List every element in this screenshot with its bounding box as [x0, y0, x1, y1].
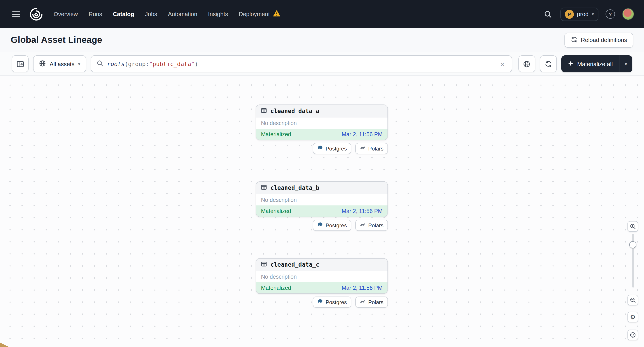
tag-label: Polars	[368, 145, 384, 152]
zoom-in-icon[interactable]	[628, 221, 638, 232]
asset-name: cleaned_data_c	[270, 261, 319, 268]
asset-tags-row: Postgres Polars	[312, 220, 388, 231]
reload-definitions-label: Reload definitions	[581, 37, 627, 43]
zoom-out-icon[interactable]	[628, 295, 638, 306]
lineage-toolbar: All assets ▾ roots(group:"public_data") …	[0, 52, 644, 76]
asset-description: No description	[256, 194, 388, 205]
asset-node-cleaned-data-a[interactable]: cleaned_data_a No description Materializ…	[256, 104, 388, 140]
deployment-avatar: P	[565, 9, 574, 18]
reload-definitions-button[interactable]: Reload definitions	[564, 32, 633, 47]
nav-item-deployment[interactable]: Deployment	[239, 10, 280, 18]
materialize-all-label: Materialize all	[577, 60, 613, 67]
tag-postgres[interactable]: Postgres	[312, 143, 351, 154]
asset-status-row: Materialized Mar 2, 11:56 PM	[256, 205, 388, 217]
chevron-down-icon: ▾	[592, 11, 594, 16]
query-value: "public_data"	[149, 60, 195, 67]
tag-label: Polars	[368, 299, 384, 305]
materialization-timestamp[interactable]: Mar 2, 11:56 PM	[342, 285, 382, 291]
asset-status-row: Materialized Mar 2, 11:56 PM	[256, 282, 388, 293]
query-key: group:	[128, 60, 149, 67]
postgres-icon	[317, 222, 323, 229]
materialization-timestamp[interactable]: Mar 2, 11:56 PM	[342, 131, 382, 137]
dagster-app: Overview Runs Catalog Jobs Automation In…	[0, 0, 644, 347]
user-avatar[interactable]	[622, 8, 634, 20]
chevron-down-icon: ▾	[78, 61, 80, 66]
nav-item-automation[interactable]: Automation	[168, 11, 197, 17]
postgres-icon	[317, 145, 323, 152]
tag-label: Postgres	[326, 145, 347, 152]
asset-tags-row: Postgres Polars	[312, 297, 388, 308]
asset-status-row: Materialized Mar 2, 11:56 PM	[256, 129, 388, 140]
polars-icon	[360, 222, 366, 229]
asset-selection-input[interactable]: roots(group:"public_data") ✕	[90, 55, 512, 72]
nav-item-overview[interactable]: Overview	[54, 11, 78, 17]
query-paren-open: (	[125, 60, 128, 67]
materialize-dropdown-button[interactable]: ▾	[619, 55, 632, 72]
nav-item-jobs[interactable]: Jobs	[145, 11, 157, 17]
tag-polars[interactable]: Polars	[355, 297, 388, 308]
clear-query-icon[interactable]: ✕	[499, 59, 506, 69]
lineage-canvas[interactable]: cleaned_data_a No description Materializ…	[0, 76, 644, 347]
globe-icon	[39, 60, 46, 68]
warning-icon	[273, 10, 280, 18]
asset-node-cleaned-data-b[interactable]: cleaned_data_b No description Materializ…	[256, 181, 388, 217]
corner-fold-decoration	[0, 343, 9, 347]
page-header: Global Asset Lineage Reload definitions	[0, 28, 644, 52]
nav-item-deployment-label: Deployment	[239, 11, 270, 17]
zoom-slider-handle[interactable]	[629, 241, 636, 248]
refresh-icon[interactable]	[540, 55, 557, 72]
asset-scope-select[interactable]: All assets ▾	[33, 55, 86, 72]
top-nav: Overview Runs Catalog Jobs Automation In…	[0, 0, 644, 28]
deployment-name: prod	[577, 11, 588, 17]
polars-icon	[360, 145, 366, 152]
main-nav: Overview Runs Catalog Jobs Automation In…	[54, 10, 280, 18]
materialize-split-button: Materialize all ▾	[561, 55, 632, 72]
deployment-switcher[interactable]: P prod ▾	[560, 7, 598, 21]
nav-item-runs[interactable]: Runs	[88, 11, 102, 17]
menu-icon[interactable]	[10, 8, 22, 20]
chevron-down-icon: ▾	[625, 61, 627, 66]
polars-icon	[360, 299, 366, 306]
asset-description: No description	[256, 117, 388, 129]
nav-item-catalog[interactable]: Catalog	[113, 11, 134, 17]
page-title: Global Asset Lineage	[11, 35, 102, 45]
search-icon[interactable]	[542, 9, 553, 19]
tag-postgres[interactable]: Postgres	[312, 297, 351, 308]
asset-node-cleaned-data-c[interactable]: cleaned_data_c No description Materializ…	[256, 258, 388, 294]
status-badge: Materialized	[261, 131, 291, 137]
nav-right-cluster: P prod ▾ ?	[542, 7, 634, 21]
table-icon	[261, 261, 267, 269]
settings-gear-icon[interactable]: ⚙	[628, 312, 638, 323]
postgres-icon	[317, 299, 323, 306]
sidebar-toggle-icon[interactable]	[12, 55, 28, 72]
tag-postgres[interactable]: Postgres	[312, 220, 351, 231]
feedback-smiley-icon[interactable]	[628, 330, 638, 340]
asset-tags-row: Postgres Polars	[312, 143, 388, 154]
nav-item-insights[interactable]: Insights	[208, 11, 228, 17]
asset-name: cleaned_data_b	[270, 184, 319, 191]
graph-view-globe-icon[interactable]	[518, 55, 535, 72]
reload-icon	[570, 36, 577, 44]
help-icon[interactable]: ?	[606, 9, 615, 19]
table-icon	[261, 107, 267, 115]
status-badge: Materialized	[261, 208, 291, 214]
materialization-timestamp[interactable]: Mar 2, 11:56 PM	[342, 208, 382, 214]
tag-label: Postgres	[326, 299, 347, 305]
asset-node-header: cleaned_data_a	[256, 105, 388, 117]
table-icon	[261, 184, 267, 192]
tag-label: Postgres	[326, 222, 347, 228]
asset-name: cleaned_data_a	[270, 108, 319, 114]
query-function: roots	[107, 60, 124, 67]
tag-polars[interactable]: Polars	[355, 143, 388, 154]
query-paren-close: )	[195, 60, 198, 67]
asset-node-header: cleaned_data_c	[256, 259, 388, 271]
zoom-slider[interactable]	[628, 234, 638, 288]
dagster-logo-icon[interactable]	[28, 6, 44, 22]
asset-scope-label: All assets	[50, 60, 74, 67]
sparkle-icon	[567, 60, 574, 68]
asset-description: No description	[256, 271, 388, 282]
tag-label: Polars	[368, 222, 384, 228]
tag-polars[interactable]: Polars	[355, 220, 388, 231]
materialize-all-button[interactable]: Materialize all	[561, 55, 619, 72]
search-icon	[96, 60, 103, 68]
